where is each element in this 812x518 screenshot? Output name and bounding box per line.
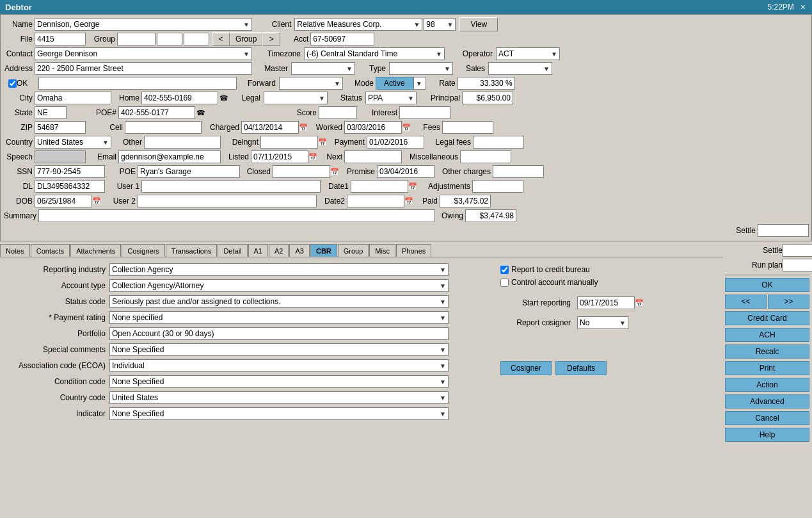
group-input2[interactable] [157,33,182,45]
fees-input[interactable] [442,121,493,134]
sales-field[interactable]: ▼ [488,62,552,75]
tab-a2[interactable]: A2 [269,244,289,257]
cbr-special-comments-field[interactable]: None Specified▼ [109,343,449,356]
credit-card-panel-button[interactable]: Credit Card [725,311,809,325]
tab-notes[interactable]: Notes [0,244,30,257]
charged-calendar-icon[interactable]: 📅 [299,124,308,132]
ssn-input[interactable]: 777-90-2545 [35,165,105,178]
state-input[interactable]: NE [35,106,67,119]
client-num-field[interactable]: 98▼ [424,18,456,31]
listed-calendar-icon[interactable]: 📅 [308,153,317,161]
closed-calendar-icon[interactable]: 📅 [330,168,339,176]
paid-input[interactable]: $3,475.02 [440,195,491,207]
file-input[interactable]: 4415 [35,33,86,45]
poe-phone-icon[interactable]: ☎ [196,109,205,117]
nav-group-button[interactable]: Group [230,32,262,46]
home-input[interactable]: 402-555-0169 [141,92,218,104]
dob-input[interactable]: 06/25/1984 [35,195,92,207]
tab-contacts[interactable]: Contacts [31,244,70,257]
help-panel-button[interactable]: Help [725,428,809,442]
cbr-report-to-credit-bureau-checkbox[interactable] [500,266,509,274]
settle-input[interactable] [758,224,809,237]
tab-a1[interactable]: A1 [248,244,268,257]
speech-input[interactable] [35,150,86,163]
adjustments-input[interactable] [472,180,523,193]
name-field[interactable]: Dennison, George▼ [35,18,252,31]
home-phone-icon[interactable]: ☎ [219,94,228,102]
ach-panel-button[interactable]: ACH [725,328,809,342]
tab-a3[interactable]: A3 [289,244,309,257]
worked-calendar-icon[interactable]: 📅 [402,124,411,132]
address-input[interactable]: 220 - 2500 Farmer Street [35,62,252,75]
principal-input[interactable]: $6,950.00 [462,92,513,104]
score-input[interactable] [319,106,357,119]
owing-input[interactable]: $3,474.98 [465,209,516,222]
ok-panel-button[interactable]: OK [725,278,809,292]
zip-input[interactable]: 54687 [35,121,86,134]
run-plan-right-input[interactable] [783,259,812,271]
promise-input[interactable]: 03/04/2016 [377,165,434,178]
ok-text-input[interactable] [38,77,237,90]
poe-input[interactable]: 402-555-0177 [118,106,195,119]
date1-input[interactable] [351,180,408,193]
misc-input[interactable] [460,150,511,163]
tab-group[interactable]: Group [338,244,369,257]
delinqnt-input[interactable] [260,136,318,149]
cbr-country-code-field[interactable]: United States▼ [109,391,449,404]
user2-input[interactable] [138,195,317,207]
date2-input[interactable] [347,195,404,207]
client-field[interactable]: Relative Measures Corp.▼ [294,18,422,31]
cbr-reporting-industry-field[interactable]: Collection Agency▼ [109,263,449,276]
recalc-panel-button[interactable]: Recalc [725,344,809,359]
tab-transactions[interactable]: Transactions [166,244,218,257]
cbr-payment-rating-field[interactable]: None specified▼ [109,311,449,324]
advanced-panel-button[interactable]: Advanced [725,394,809,409]
cbr-association-code-field[interactable]: Individual▼ [109,359,449,372]
action-panel-button[interactable]: Action [725,378,809,392]
close-button[interactable]: × [799,2,807,12]
forward-field[interactable]: ▼ [279,77,343,90]
contact-field[interactable]: George Dennison▼ [35,47,252,60]
tab-detail[interactable]: Detail [218,244,247,257]
legal-field[interactable]: ▼ [264,92,328,104]
tab-cosigners[interactable]: Cosigners [122,244,165,257]
type-field[interactable]: ▼ [389,62,453,75]
cbr-start-reporting-calendar-icon[interactable]: 📅 [635,299,644,307]
tab-attachments[interactable]: Attachments [70,244,121,257]
cbr-control-account-checkbox[interactable] [500,279,509,287]
group-input3[interactable] [184,33,209,45]
nav-left-button[interactable]: < [212,32,230,46]
other-charges-input[interactable] [493,165,544,178]
tab-phones[interactable]: Phones [396,244,431,257]
listed-input[interactable]: 07/11/2015 [251,150,308,163]
mode-dropdown[interactable]: ▼ [413,77,426,90]
dl-input[interactable]: DL3495864332 [35,180,105,193]
group-input[interactable] [117,33,155,45]
cosigner-button[interactable]: Cosigner [500,361,552,375]
defaults-button[interactable]: Defaults [555,361,607,375]
date1-calendar-icon[interactable]: 📅 [408,182,417,191]
operator-field[interactable]: ACT▼ [496,47,560,60]
poe-name-input[interactable]: Ryan's Garage [138,165,240,178]
interest-input[interactable] [399,106,450,119]
rate-input[interactable]: 33.330 % [458,77,515,90]
summary-input[interactable] [38,209,435,222]
dob-calendar-icon[interactable]: 📅 [92,197,101,206]
cbr-indicator-field[interactable]: None Specified▼ [109,407,449,420]
cbr-status-code-field[interactable]: Seriously past due and/or assigned to co… [109,295,449,308]
status-field[interactable]: PPA▼ [365,92,417,104]
print-panel-button[interactable]: Print [725,361,809,375]
user1-input[interactable] [141,180,321,193]
timezone-field[interactable]: (-6) Central Standard Time▼ [304,47,445,60]
cbr-account-type-field[interactable]: Collection Agency/Attorney▼ [109,279,449,292]
nav-right-button[interactable]: > [262,32,280,46]
worked-input[interactable]: 03/03/2016 [344,121,402,134]
charged-input[interactable]: 04/13/2014 [241,121,299,134]
master-field[interactable]: ▼ [291,62,355,75]
country-field[interactable]: United States▼ [35,136,111,149]
cancel-panel-button[interactable]: Cancel [725,411,809,425]
other-input[interactable] [144,136,221,149]
cell-input[interactable] [125,121,202,134]
cbr-condition-code-field[interactable]: None Specified▼ [109,375,449,388]
prev-panel-button[interactable]: << [725,295,767,309]
